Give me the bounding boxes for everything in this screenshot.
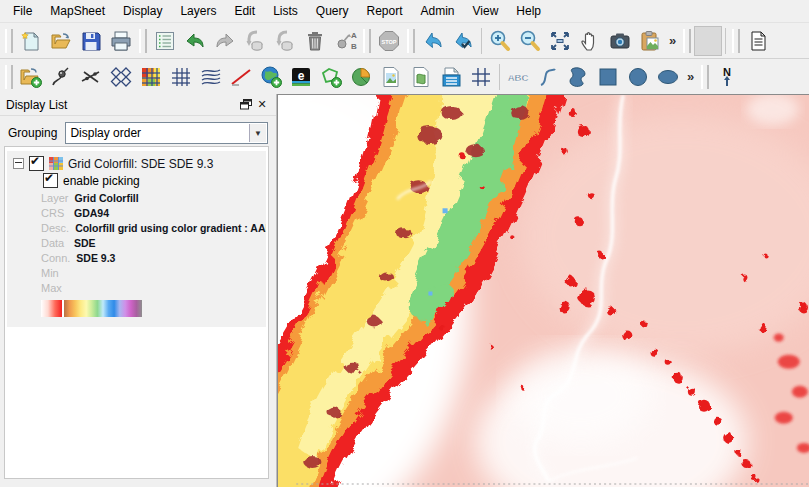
chevron-down-icon[interactable]: ▼ — [249, 124, 266, 142]
mesh-grid-icon — [109, 65, 133, 89]
zoom-out-button[interactable] — [515, 27, 545, 55]
map-undo-icon — [421, 29, 445, 53]
db-undo-button[interactable] — [240, 27, 270, 55]
save-button[interactable] — [76, 27, 106, 55]
toolbar-grip[interactable] — [363, 29, 371, 53]
north-arrow-icon: N — [715, 65, 739, 89]
layer-tree: Grid Colorfill: SDE SDE 9.3 enable picki… — [4, 146, 269, 479]
toolbar-grip[interactable] — [701, 65, 709, 89]
open-button[interactable] — [46, 27, 76, 55]
field-value: Grid Colorfill — [75, 191, 139, 206]
menu-bar: File MapSheet Display Layers Edit Lists … — [0, 0, 809, 23]
draw-polygon-button[interactable] — [563, 63, 593, 91]
add-legend-button[interactable] — [436, 63, 466, 91]
db-redo-button[interactable] — [270, 27, 300, 55]
zoom-in-button[interactable] — [485, 27, 515, 55]
add-profile-button[interactable] — [226, 63, 256, 91]
toolbar-grip[interactable] — [139, 29, 147, 53]
grouping-value: Display order — [70, 126, 141, 140]
redo-button[interactable] — [210, 27, 240, 55]
grid-colorfill-raster — [278, 95, 809, 487]
menu-admin[interactable]: Admin — [412, 1, 464, 21]
add-image-button[interactable] — [376, 63, 406, 91]
document-button[interactable] — [743, 27, 773, 55]
north-arrow-button[interactable]: N — [712, 63, 742, 91]
close-panel-button[interactable]: ✕ — [254, 97, 270, 112]
draw-line-button[interactable] — [533, 63, 563, 91]
add-contours-button[interactable] — [196, 63, 226, 91]
text-abc-icon: ABC — [506, 65, 530, 89]
layer-tree-item[interactable]: Grid Colorfill: SDE SDE 9.3 enable picki… — [7, 151, 266, 327]
toolbar-grip[interactable] — [407, 29, 415, 53]
draw-rectangle-button[interactable] — [593, 63, 623, 91]
menu-layers[interactable]: Layers — [171, 1, 225, 21]
profile-line-icon — [229, 65, 253, 89]
db-undo-icon — [243, 29, 267, 53]
stop-button[interactable]: STOP — [374, 27, 404, 55]
colorfill-grid-layer-icon — [49, 157, 63, 170]
snapshot-button[interactable] — [605, 27, 635, 55]
print-button[interactable] — [106, 27, 136, 55]
field-value: SDE 9.3 — [76, 251, 115, 266]
add-ecw-image-button[interactable]: e — [286, 63, 316, 91]
zoom-extents-button[interactable] — [545, 27, 575, 55]
float-panel-button[interactable] — [238, 97, 254, 112]
point-ab-button[interactable]: AB — [330, 27, 360, 55]
menu-mapsheet[interactable]: MapSheet — [41, 1, 114, 21]
draw-circle-button[interactable] — [623, 63, 653, 91]
display-list-button[interactable] — [150, 27, 180, 55]
menu-display[interactable]: Display — [114, 1, 171, 21]
toolbar-grip[interactable] — [732, 29, 740, 53]
paste-image-button[interactable] — [635, 27, 665, 55]
delete-button[interactable] — [300, 27, 330, 55]
toolbar1-overflow-button[interactable]: » — [665, 33, 680, 48]
undo-button[interactable] — [180, 27, 210, 55]
menu-edit[interactable]: Edit — [225, 1, 264, 21]
add-map-doc-button[interactable] — [406, 63, 436, 91]
menu-help[interactable]: Help — [507, 1, 550, 21]
menu-lists[interactable]: Lists — [264, 1, 307, 21]
panel-title-bar[interactable]: Display List ✕ — [0, 94, 276, 116]
add-web-layer-button[interactable] — [256, 63, 286, 91]
new-file-button[interactable] — [16, 27, 46, 55]
add-point-layer-button[interactable] — [46, 63, 76, 91]
enable-picking-checkbox[interactable] — [43, 173, 58, 188]
polygon-add-icon — [319, 65, 343, 89]
toolbar2-overflow-button[interactable]: » — [683, 69, 698, 84]
add-grid-lines-button[interactable] — [166, 63, 196, 91]
draw-ellipse-button[interactable] — [653, 63, 683, 91]
menu-report[interactable]: Report — [358, 1, 412, 21]
print-icon — [109, 29, 133, 53]
add-mesh-layer-button[interactable] — [106, 63, 136, 91]
toolbar-standard: AB STOP » — [0, 23, 809, 59]
menu-query[interactable]: Query — [307, 1, 358, 21]
globe-add-icon — [259, 65, 283, 89]
toolbar-grip[interactable] — [683, 29, 691, 53]
map-undo-button[interactable] — [418, 27, 448, 55]
field-label: Conn. — [41, 251, 70, 266]
toolbar-grip[interactable] — [5, 29, 13, 53]
graticule-hash-icon — [469, 65, 493, 89]
add-line-layer-button[interactable] — [76, 63, 106, 91]
menu-view[interactable]: View — [464, 1, 508, 21]
svg-text:e: e — [298, 68, 305, 82]
blob-shape-icon — [566, 65, 590, 89]
layer-visibility-checkbox[interactable] — [29, 156, 44, 171]
add-graticule-button[interactable] — [466, 63, 496, 91]
add-chart-layer-button[interactable] — [346, 63, 376, 91]
toolbar-grip[interactable] — [5, 65, 13, 89]
add-grid-colorfill-button[interactable] — [136, 63, 166, 91]
grouping-select[interactable]: Display order ▼ — [65, 122, 268, 144]
zoom-out-icon — [518, 29, 542, 53]
menu-file[interactable]: File — [4, 1, 41, 21]
add-layer-from-file-button[interactable] — [16, 63, 46, 91]
display-list-icon — [153, 29, 177, 53]
map-view[interactable] — [277, 94, 809, 487]
pin-curve-icon — [49, 65, 73, 89]
map-redo-check-button[interactable] — [448, 27, 478, 55]
add-polygon-layer-button[interactable] — [316, 63, 346, 91]
annotate-text-button[interactable]: ABC — [503, 63, 533, 91]
field-label: Min — [41, 266, 68, 281]
pan-button[interactable] — [575, 27, 605, 55]
tree-expander[interactable] — [13, 158, 24, 169]
